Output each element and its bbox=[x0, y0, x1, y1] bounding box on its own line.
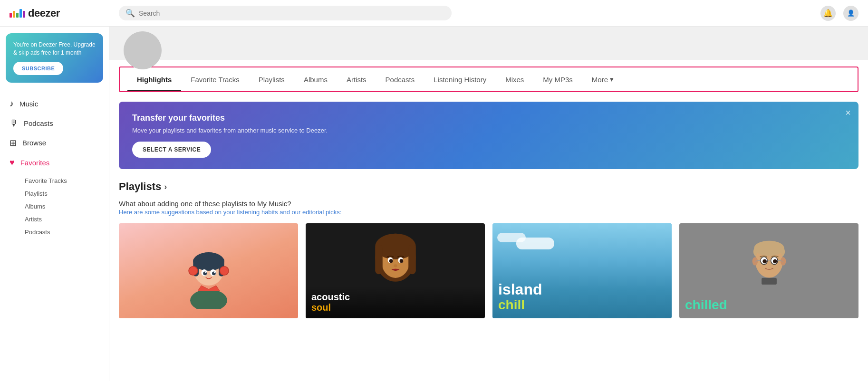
playlists-section-title[interactable]: Playlists › bbox=[109, 169, 868, 198]
island-sub-label: chill bbox=[498, 298, 666, 313]
svg-point-24 bbox=[394, 264, 397, 267]
nav-items: ♪ Music 🎙 Podcasts ⊞ Browse bbox=[0, 89, 109, 245]
playlist-card-island-chill[interactable]: island chill bbox=[492, 223, 672, 318]
tab-mixes[interactable]: Mixes bbox=[496, 68, 533, 91]
playlist-card-acoustic-soul[interactable]: acoustic soul bbox=[306, 223, 485, 318]
notification-button[interactable]: 🔔 bbox=[820, 6, 836, 21]
tab-podcasts[interactable]: Podcasts bbox=[376, 68, 424, 91]
sidebar-item-podcasts[interactable]: 🎙 Podcasts bbox=[0, 114, 109, 133]
profile-header bbox=[109, 27, 868, 60]
heart-icon: ♥ bbox=[10, 158, 15, 168]
island-main-label: island bbox=[498, 281, 666, 298]
svg-point-22 bbox=[389, 259, 393, 263]
banner-description: Move your playlists and favorites from a… bbox=[132, 127, 845, 134]
logo-area: deezer bbox=[10, 7, 119, 19]
svg-point-8 bbox=[220, 267, 229, 276]
acoustic-soul-main-label: acoustic bbox=[311, 292, 479, 302]
svg-point-32 bbox=[762, 259, 767, 264]
music-icon: ♪ bbox=[10, 99, 14, 109]
search-input[interactable] bbox=[139, 10, 445, 17]
sidebar-item-label: Favorites bbox=[20, 159, 50, 167]
suggestion-main-text: What about adding one of these playlists… bbox=[109, 198, 868, 209]
acoustic-soul-sub-label: soul bbox=[311, 302, 479, 313]
svg-point-33 bbox=[772, 259, 777, 264]
tab-more[interactable]: More ▾ bbox=[582, 67, 623, 91]
grid-icon: ⊞ bbox=[10, 138, 17, 148]
transfer-banner: Transfer your favorites Move your playli… bbox=[119, 102, 858, 169]
promo-text: You're on Deezer Free. Upgrade & skip ad… bbox=[13, 41, 96, 57]
playlist-grid: acoustic soul island chill bbox=[109, 223, 868, 318]
suggestion-sub-text: Here are some suggestions based on your … bbox=[109, 209, 868, 223]
sidebar-item-music[interactable]: ♪ Music bbox=[0, 94, 109, 114]
content-area: Highlights Favorite Tracks Playlists Alb… bbox=[109, 27, 868, 381]
playlists-arrow-icon: › bbox=[164, 182, 167, 192]
favorites-row: ♥ Favorites bbox=[0, 153, 109, 172]
logo-dots bbox=[10, 9, 25, 18]
playlists-title-text: Playlists bbox=[119, 181, 161, 193]
tab-artists[interactable]: Artists bbox=[337, 68, 376, 91]
sidebar-item-browse[interactable]: ⊞ Browse bbox=[0, 133, 109, 153]
man-illustration bbox=[738, 226, 800, 297]
bell-icon: 🔔 bbox=[823, 9, 833, 18]
sidebar-item-favorites[interactable]: ♥ Favorites bbox=[0, 153, 109, 172]
topbar: deezer 🔍 🔔 👤 bbox=[0, 0, 868, 27]
sub-nav: Favorite Tracks Playlists Albums Artists… bbox=[0, 172, 109, 240]
search-icon: 🔍 bbox=[125, 9, 135, 18]
svg-point-2 bbox=[190, 289, 227, 309]
svg-rect-18 bbox=[375, 245, 383, 274]
svg-point-13 bbox=[205, 272, 206, 273]
search-bar[interactable]: 🔍 bbox=[119, 6, 452, 20]
tab-my-mp3s[interactable]: My MP3s bbox=[533, 68, 582, 91]
chilled-label: chilled bbox=[685, 297, 853, 313]
tab-favorite-tracks[interactable]: Favorite Tracks bbox=[181, 68, 249, 91]
chevron-down-icon: ▾ bbox=[610, 75, 614, 84]
sub-nav-albums[interactable]: Albums bbox=[25, 200, 109, 213]
sub-nav-artists[interactable]: Artists bbox=[25, 213, 109, 226]
svg-point-14 bbox=[213, 272, 215, 273]
microphone-icon: 🎙 bbox=[10, 118, 18, 128]
sub-nav-favorite-tracks[interactable]: Favorite Tracks bbox=[25, 174, 109, 187]
subscribe-button[interactable]: SUBSCRIBE bbox=[13, 62, 63, 75]
svg-point-7 bbox=[189, 267, 198, 276]
sub-nav-playlists[interactable]: Playlists bbox=[25, 187, 109, 200]
sidebar-item-label: Podcasts bbox=[24, 119, 53, 127]
playlist-card-anime[interactable] bbox=[119, 223, 298, 318]
topbar-icons: 🔔 👤 bbox=[820, 6, 858, 21]
sub-nav-podcasts[interactable]: Podcasts bbox=[25, 226, 109, 238]
avatar bbox=[124, 31, 162, 69]
svg-rect-19 bbox=[408, 245, 416, 274]
user-icon: 👤 bbox=[847, 10, 855, 17]
svg-point-23 bbox=[399, 259, 403, 263]
banner-close-button[interactable]: × bbox=[845, 107, 851, 118]
main-layout: You're on Deezer Free. Upgrade & skip ad… bbox=[0, 27, 868, 381]
select-service-button[interactable]: SELECT A SERVICE bbox=[132, 142, 211, 158]
tab-playlists[interactable]: Playlists bbox=[249, 68, 294, 91]
anime-character-illustration bbox=[175, 233, 242, 309]
tab-albums[interactable]: Albums bbox=[294, 68, 337, 91]
svg-point-27 bbox=[754, 241, 784, 256]
playlist-card-chilled[interactable]: chilled bbox=[679, 223, 858, 318]
app-logo: deezer bbox=[28, 7, 60, 19]
sidebar-item-label: Browse bbox=[22, 139, 46, 147]
user-button[interactable]: 👤 bbox=[843, 6, 858, 21]
tab-listening-history[interactable]: Listening History bbox=[424, 68, 496, 91]
promo-card: You're on Deezer Free. Upgrade & skip ad… bbox=[6, 33, 103, 83]
tab-highlights[interactable]: Highlights bbox=[127, 68, 181, 91]
tab-navigation: Highlights Favorite Tracks Playlists Alb… bbox=[119, 67, 858, 92]
svg-rect-37 bbox=[762, 278, 777, 285]
banner-title: Transfer your favorites bbox=[132, 113, 845, 123]
sidebar-item-label: Music bbox=[19, 100, 38, 108]
sidebar: You're on Deezer Free. Upgrade & skip ad… bbox=[0, 27, 109, 381]
